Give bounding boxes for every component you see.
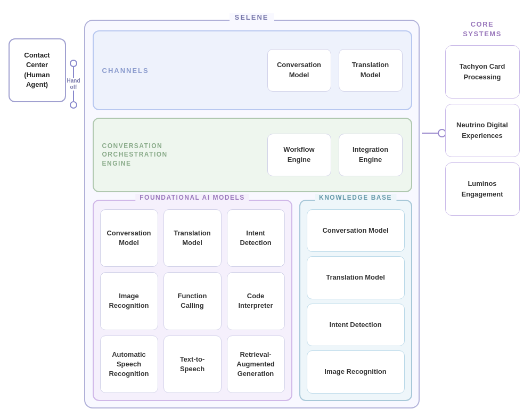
kb-label: KNOWLEDGE BASE — [315, 194, 396, 201]
fam-card-5-text: Code Interpreter — [232, 291, 280, 310]
core-card-2-text: Luminos Engagement — [451, 178, 514, 199]
fam-card-8-text: Retrieval-Augmented Generation — [232, 350, 280, 379]
kb-card-2: Intent Detection — [307, 304, 405, 347]
coe-cards: Workflow Engine Integration Engine — [267, 134, 403, 176]
core-systems-cards: Tachyon Card Processing Neutrino Digital… — [445, 45, 520, 216]
contact-center-label: Contact Center (Human Agent) — [14, 51, 61, 89]
coe-label: CONVERSATION ORCHESTRATION ENGINE — [102, 141, 161, 168]
core-systems-label: CORESYSTEMS — [445, 20, 520, 39]
core-card-0-text: Tachyon Card Processing — [451, 61, 514, 82]
fam-card-4: Function Calling — [163, 272, 222, 330]
channels-cards: Conversation Model Translation Model — [267, 49, 403, 92]
kb-items: Conversation Model Translation Model Int… — [307, 209, 405, 394]
fam-card-2: Intent Detection — [227, 209, 285, 267]
kb-card-1-text: Translation Model — [326, 273, 385, 282]
handoff-line — [73, 67, 74, 78]
fam-label: FOUNDATIONAL AI MODELS — [135, 194, 249, 201]
fam-card-1-text: Translation Model — [168, 228, 217, 248]
fam-card-3: Image Recognition — [100, 272, 158, 330]
handoff-dot2 — [70, 101, 77, 109]
kb-card-0-text: Conversation Model — [322, 226, 388, 235]
core-card-0: Tachyon Card Processing — [445, 45, 520, 99]
coe-card-workflow-text: Workflow Engine — [272, 145, 326, 164]
core-card-2: Luminos Engagement — [445, 162, 520, 216]
fam-card-1: Translation Model — [163, 209, 222, 267]
channels-card-translation-text: Translation Model — [343, 60, 398, 79]
fam-card-2-text: Intent Detection — [232, 228, 280, 248]
channels-label: CHANNELS — [102, 66, 149, 74]
channels-card-conversation: Conversation Model — [267, 49, 331, 92]
kb-card-2-text: Intent Detection — [329, 320, 381, 330]
handoff-text: Handoff — [67, 78, 80, 91]
coe-card-integration-text: Integration Engine — [343, 145, 398, 164]
fam-card-7: Text-to-Speech — [163, 336, 222, 394]
channels-card-translation: Translation Model — [339, 49, 403, 92]
fam-card-7-text: Text-to-Speech — [168, 355, 217, 374]
kb-box: KNOWLEDGE BASE Conversation Model Transl… — [299, 200, 412, 401]
handoff-connector: Handoff — [67, 60, 80, 109]
kb-card-1: Translation Model — [307, 256, 405, 299]
core-card-1-text: Neutrino Digital Experiences — [451, 120, 514, 141]
coe-card-workflow: Workflow Engine — [267, 134, 331, 176]
diagram: Contact Center (Human Agent) Handoff SEL… — [5, 6, 527, 411]
fam-card-0-text: Conversation Model — [105, 228, 153, 248]
selene-box: SELENE CHANNELS Conversation Model Trans… — [84, 20, 420, 408]
coe-card-integration: Integration Engine — [339, 134, 403, 176]
kb-card-0: Conversation Model — [307, 209, 405, 252]
selene-label: SELENE — [229, 13, 274, 21]
fam-card-6: Automatic Speech Recognition — [100, 336, 158, 394]
handoff-line2 — [73, 91, 74, 101]
core-card-1: Neutrino Digital Experiences — [445, 104, 520, 157]
fam-card-0: Conversation Model — [100, 209, 158, 267]
kb-card-3-text: Image Recognition — [324, 367, 386, 377]
fam-card-4-text: Function Calling — [168, 291, 217, 310]
fam-card-3-text: Image Recognition — [105, 291, 153, 310]
fam-card-8: Retrieval-Augmented Generation — [227, 336, 285, 394]
core-systems-box: CORESYSTEMS Tachyon Card Processing Neut… — [445, 20, 520, 216]
channels-box: CHANNELS Conversation Model Translation … — [93, 30, 412, 110]
coe-box: CONVERSATION ORCHESTRATION ENGINE Workfl… — [93, 118, 412, 192]
handoff-dot — [70, 60, 77, 67]
fam-card-5: Code Interpreter — [227, 272, 285, 330]
fam-card-6-text: Automatic Speech Recognition — [105, 350, 153, 379]
fam-box: FOUNDATIONAL AI MODELS Conversation Mode… — [93, 200, 292, 401]
fam-grid: Conversation Model Translation Model Int… — [100, 209, 285, 394]
kb-card-3: Image Recognition — [307, 350, 405, 394]
contact-center-box: Contact Center (Human Agent) — [9, 38, 66, 102]
channels-card-conversation-text: Conversation Model — [272, 60, 326, 79]
apis-line-left — [422, 133, 438, 134]
